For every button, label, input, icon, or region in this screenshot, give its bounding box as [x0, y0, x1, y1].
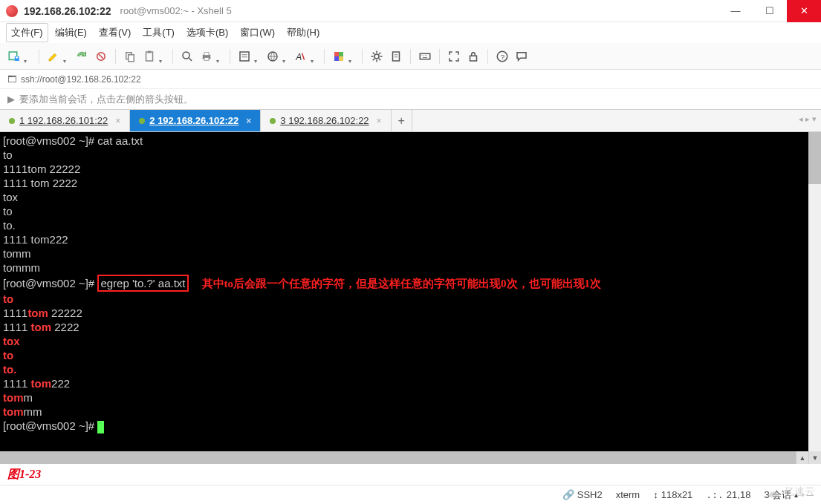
disconnect-icon[interactable]	[93, 48, 109, 65]
globe-icon[interactable]	[265, 48, 281, 65]
tab-nav-arrows[interactable]: ◂ ▸ ▾	[799, 114, 817, 124]
scroll-down-icon[interactable]: ▼	[808, 451, 821, 464]
svg-text:?: ?	[501, 52, 505, 60]
status-cursor-pos: .:. 21,18	[706, 489, 750, 500]
reconnect-icon[interactable]	[74, 48, 90, 65]
title-bar: 192.168.26.102:22 root@vms002:~ - Xshell…	[0, 0, 821, 22]
svg-point-18	[374, 54, 379, 59]
svg-rect-5	[146, 52, 153, 61]
color-scheme-icon[interactable]	[331, 48, 347, 65]
address-text[interactable]: ssh://root@192.168.26.102:22	[21, 74, 141, 85]
new-session-icon[interactable]	[6, 48, 22, 65]
minimize-button[interactable]: —	[718, 0, 753, 22]
tab-close-icon[interactable]: ×	[246, 116, 251, 126]
tab-close-icon[interactable]: ×	[377, 116, 382, 126]
close-button[interactable]: ✕	[787, 0, 821, 22]
script-icon[interactable]	[388, 48, 404, 65]
add-session-arrow-icon[interactable]: ▶	[7, 94, 15, 105]
tab-label: 1 192.168.26.101:22	[19, 115, 108, 126]
window-title-sub: root@vms002:~ - Xshell 5	[120, 5, 232, 16]
status-size: ↕ 118x21	[653, 489, 692, 500]
gear-icon[interactable]	[369, 48, 385, 65]
menu-file[interactable]: 文件(F)	[6, 23, 48, 42]
app-icon	[6, 5, 18, 17]
edit-icon[interactable]	[45, 48, 62, 65]
svg-point-7	[183, 52, 189, 59]
status-protocol: 🔗SSH2	[562, 489, 603, 500]
status-term: xterm	[616, 489, 640, 500]
toolbar: A ?	[0, 43, 821, 70]
window-title-main: 192.168.26.102:22	[24, 5, 111, 17]
svg-rect-17	[339, 56, 343, 61]
tab-session-1[interactable]: 1 192.168.26.101:22 ×	[0, 110, 130, 131]
lock-icon[interactable]	[465, 48, 481, 65]
search-icon[interactable]	[179, 48, 195, 65]
menu-help[interactable]: 帮助(H)	[282, 23, 325, 42]
cloud-icon: ☁	[765, 482, 781, 502]
svg-rect-14	[334, 52, 339, 56]
scrollbar-thumb[interactable]	[808, 132, 821, 184]
link-icon: 🔗	[562, 489, 574, 500]
svg-rect-4	[129, 54, 134, 61]
window-controls: — ☐ ✕	[718, 0, 821, 22]
svg-rect-9	[204, 52, 209, 55]
status-dot-icon	[139, 118, 145, 124]
scrollbar-horizontal[interactable]: ▲ ▼	[0, 451, 821, 464]
menu-tools[interactable]: 工具(T)	[137, 23, 180, 42]
svg-rect-20	[470, 56, 477, 61]
menu-window[interactable]: 窗口(W)	[235, 23, 280, 42]
svg-text:A: A	[295, 51, 302, 62]
tab-close-icon[interactable]: ×	[115, 116, 120, 126]
help-icon[interactable]: ?	[494, 48, 510, 65]
paste-icon[interactable]	[141, 48, 158, 65]
status-dot-icon	[270, 118, 276, 124]
svg-rect-15	[339, 52, 343, 56]
scroll-up-icon[interactable]: ▲	[796, 451, 808, 464]
copy-icon[interactable]	[122, 48, 138, 65]
menu-view[interactable]: 查看(V)	[94, 23, 136, 42]
tab-session-3[interactable]: 3 192.168.26.102:22 ×	[261, 110, 391, 131]
svg-rect-16	[334, 56, 339, 61]
fullscreen-icon[interactable]	[446, 48, 462, 65]
session-hint-bar: ▶ 要添加当前会话，点击左侧的箭头按钮。	[0, 89, 821, 110]
address-bar: 🗔 ssh://root@192.168.26.102:22	[0, 70, 821, 89]
svg-rect-10	[204, 57, 209, 60]
menu-edit[interactable]: 编辑(E)	[50, 23, 92, 42]
figure-label: 图1-23	[0, 464, 821, 485]
keyboard-icon[interactable]	[417, 48, 433, 65]
print-icon[interactable]	[198, 48, 215, 65]
tab-session-2[interactable]: 2 192.168.26.102:22 ×	[130, 110, 261, 131]
status-bar: 🔗SSH2 xterm ↕ 118x21 .:. 21,18 3 会话 ▴ + …	[0, 485, 821, 504]
scrollbar-vertical[interactable]	[808, 132, 821, 451]
watermark: ☁ 亿速云	[765, 482, 815, 502]
chat-icon[interactable]	[513, 48, 530, 65]
maximize-button[interactable]: ☐	[753, 0, 787, 22]
protocol-icon: 🗔	[7, 74, 16, 85]
properties-icon[interactable]	[236, 48, 253, 65]
status-dot-icon	[9, 118, 15, 124]
menu-bar: 文件(F) 编辑(E) 查看(V) 工具(T) 选项卡(B) 窗口(W) 帮助(…	[0, 22, 821, 43]
menu-tabs[interactable]: 选项卡(B)	[181, 23, 233, 42]
tab-label: 2 192.168.26.102:22	[149, 115, 238, 126]
session-tabs: 1 192.168.26.101:22 × 2 192.168.26.102:2…	[0, 110, 821, 132]
svg-rect-6	[148, 50, 152, 53]
font-icon[interactable]: A	[293, 48, 309, 65]
svg-rect-19	[420, 53, 430, 59]
hint-text: 要添加当前会话，点击左侧的箭头按钮。	[19, 93, 193, 106]
tab-add-button[interactable]: +	[392, 110, 412, 131]
svg-rect-11	[240, 52, 249, 61]
watermark-text: 亿速云	[784, 485, 815, 499]
tab-label: 3 192.168.26.102:22	[280, 115, 369, 126]
terminal[interactable]: [root@vms002 ~]# cat aa.txtto1111tom 222…	[0, 132, 821, 451]
